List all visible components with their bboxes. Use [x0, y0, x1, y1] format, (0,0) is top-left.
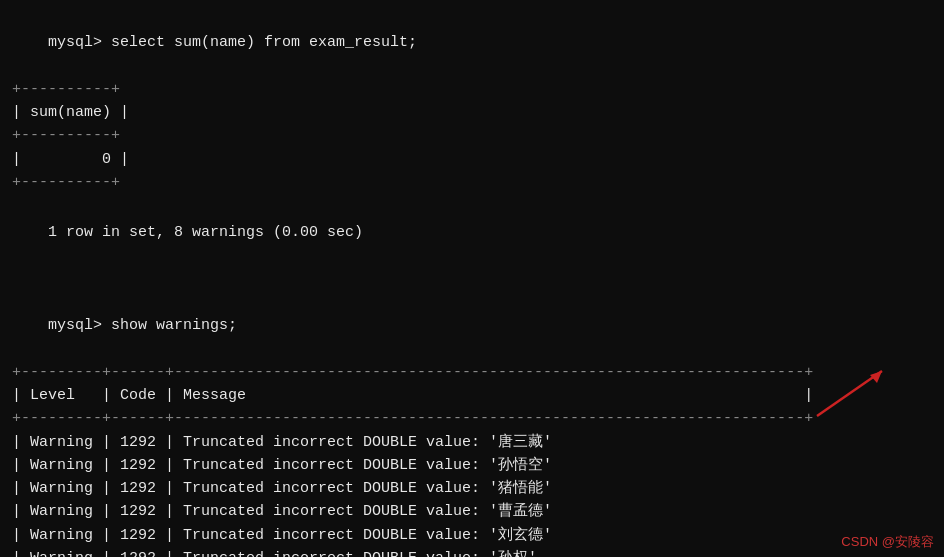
- table2-border-top: +---------+------+----------------------…: [12, 361, 932, 384]
- table2-header: | Level | Code | Message |: [12, 384, 932, 407]
- warnings-table: +---------+------+----------------------…: [12, 361, 932, 557]
- query1-line: mysql> select sum(name) from exam_result…: [12, 8, 932, 78]
- table-row: | Warning | 1292 | Truncated incorrect D…: [12, 547, 932, 557]
- table-row: | Warning | 1292 | Truncated incorrect D…: [12, 524, 932, 547]
- table-row: | Warning | 1292 | Truncated incorrect D…: [12, 431, 932, 454]
- watermark: CSDN @安陵容: [841, 533, 934, 551]
- table-row: | Warning | 1292 | Truncated incorrect D…: [12, 500, 932, 523]
- table1-header: | sum(name) |: [12, 101, 932, 124]
- prompt-symbol: mysql>: [48, 34, 111, 51]
- terminal: mysql> select sum(name) from exam_result…: [0, 0, 944, 557]
- table-row: | Warning | 1292 | Truncated incorrect D…: [12, 477, 932, 500]
- query2-text: show warnings;: [111, 317, 237, 334]
- table1-row: | 0 |: [12, 148, 932, 171]
- table1-border-mid: +----------+: [12, 124, 932, 147]
- table1-border-top: +----------+: [12, 78, 932, 101]
- table1-border-bot: +----------+: [12, 171, 932, 194]
- warning-rows-container: | Warning | 1292 | Truncated incorrect D…: [12, 431, 932, 558]
- table-row: | Warning | 1292 | Truncated incorrect D…: [12, 454, 932, 477]
- query1-text: select sum(name) from exam_result;: [111, 34, 417, 51]
- spacer1: [12, 268, 932, 291]
- table2-border-mid: +---------+------+----------------------…: [12, 407, 932, 430]
- prompt-symbol2: mysql>: [48, 317, 111, 334]
- result1-line: 1 row in set, 8 warnings (0.00 sec): [12, 198, 932, 268]
- query2-line: mysql> show warnings;: [12, 291, 932, 361]
